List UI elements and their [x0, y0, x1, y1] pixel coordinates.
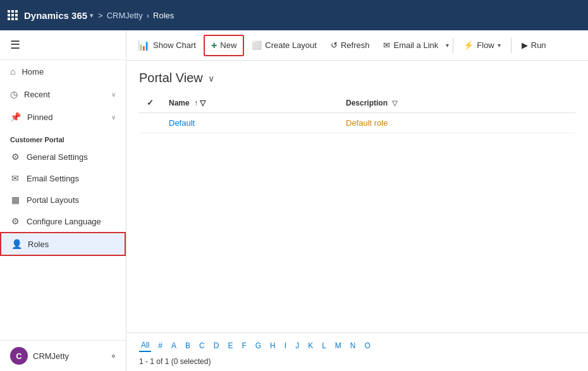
create-layout-label: Create Layout [265, 40, 317, 50]
data-table: ✓ Name ↑ ▽ Description ▽ [139, 93, 575, 133]
pinned-icon: 📌 [10, 112, 21, 122]
table-row: Default Default role [139, 113, 575, 133]
email-link-icon: ✉ [383, 40, 390, 50]
alpha-nav-item-o[interactable]: O [363, 340, 372, 351]
sort-icons-name[interactable]: ↑ ▽ [194, 99, 205, 107]
alpha-nav-item-i[interactable]: I [283, 340, 288, 351]
sidebar-item-portal-layouts[interactable]: ▦ Portal Layouts [0, 189, 126, 210]
page-content: Portal View ∨ ✓ Name ↑ [126, 61, 588, 332]
page-title-row: Portal View ∨ [139, 71, 575, 85]
breadcrumb-sep2: › [147, 11, 149, 20]
alpha-nav-item-c[interactable]: C [197, 340, 207, 351]
run-button[interactable]: ▶ Run [515, 37, 553, 54]
email-link-dropdown[interactable]: ▾ [446, 42, 449, 49]
alpha-nav-item-k[interactable]: K [306, 340, 315, 351]
alpha-nav-item-f[interactable]: F [240, 340, 248, 351]
create-layout-button[interactable]: ⬜ Create Layout [245, 37, 323, 54]
sidebar-item-home[interactable]: ⌂ Home [0, 60, 126, 83]
sidebar-item-recent-label: Recent [24, 90, 50, 99]
header-checkmark[interactable]: ✓ [147, 98, 154, 107]
row-description-text: Default role [346, 118, 388, 128]
chart-icon: 📊 [138, 40, 150, 51]
run-icon: ▶ [522, 40, 528, 50]
email-link-button[interactable]: ✉ Email a Link [377, 37, 444, 54]
new-label: New [220, 40, 236, 50]
row-description-cell: Default role [338, 113, 575, 133]
alpha-nav-item-d[interactable]: D [212, 340, 221, 351]
flow-chevron: ▾ [498, 42, 501, 49]
filter-icon-desc[interactable]: ▽ [392, 99, 397, 107]
sidebar-item-pinned-label: Pinned [27, 113, 52, 122]
show-chart-label: Show Chart [153, 40, 196, 50]
alpha-nav-item-#[interactable]: # [156, 340, 164, 351]
sidebar-item-roles-label: Roles [28, 240, 49, 249]
sidebar-toggle[interactable]: ☰ [0, 30, 126, 60]
flow-button[interactable]: ⚡ Flow ▾ [457, 37, 506, 54]
col-description-label: Description [346, 99, 388, 107]
toolbar: 📊 Show Chart + New ⬜ Create Layout ↺ Ref… [126, 30, 588, 61]
col-header-check: ✓ [139, 93, 161, 113]
page-title: Portal View [139, 71, 203, 85]
alpha-nav: All#ABCDEFGHIJKLMNO [139, 337, 575, 356]
new-button[interactable]: + New [204, 35, 244, 56]
run-label: Run [531, 40, 546, 50]
portal-layouts-icon: ▦ [10, 195, 20, 205]
sidebar-item-configure-language[interactable]: ⚙ Configure Language [0, 210, 126, 232]
status-text: 1 - 1 of 1 (0 selected) [139, 356, 575, 367]
sidebar: ☰ ⌂ Home ◷ Recent ∨ 📌 Pinned ∨ Customer … [0, 30, 126, 371]
sidebar-item-recent[interactable]: ◷ Recent ∨ [0, 83, 126, 106]
breadcrumb-current: Roles [153, 11, 174, 20]
content-area: 📊 Show Chart + New ⬜ Create Layout ↺ Ref… [126, 30, 588, 371]
alpha-nav-item-all[interactable]: All [139, 339, 151, 352]
page-title-chevron[interactable]: ∨ [208, 73, 214, 83]
email-link-label: Email a Link [393, 40, 438, 50]
alpha-nav-item-j[interactable]: J [293, 340, 301, 351]
app-name[interactable]: Dynamics 365 ▾ [24, 10, 93, 21]
alpha-nav-item-e[interactable]: E [226, 340, 235, 351]
sidebar-item-configure-language-label: Configure Language [27, 217, 101, 226]
alpha-nav-item-n[interactable]: N [348, 340, 358, 351]
row-check-cell [139, 113, 161, 133]
toolbar-sep [453, 38, 453, 53]
sidebar-item-pinned[interactable]: 📌 Pinned ∨ [0, 106, 126, 128]
col-header-description: Description ▽ [338, 93, 575, 113]
sidebar-item-general-settings[interactable]: ⚙ General Settings [0, 146, 126, 167]
avatar-name: CRMJetty [33, 351, 106, 361]
app-name-text: Dynamics 365 [24, 10, 87, 21]
alpha-nav-item-g[interactable]: G [254, 340, 263, 351]
refresh-button[interactable]: ↺ Refresh [324, 37, 376, 54]
alpha-nav-item-m[interactable]: M [333, 340, 343, 351]
hamburger-icon[interactable]: ☰ [10, 39, 20, 51]
refresh-label: Refresh [341, 40, 370, 50]
waffle-menu[interactable] [8, 10, 19, 20]
alpha-nav-item-a[interactable]: A [169, 340, 178, 351]
roles-icon: 👤 [11, 239, 21, 249]
show-chart-button[interactable]: 📊 Show Chart [132, 36, 202, 55]
breadcrumb: > CRMJetty › Roles [98, 11, 174, 20]
email-settings-icon: ✉ [10, 173, 20, 183]
sidebar-item-home-label: Home [21, 67, 44, 76]
filter-icon-name: ▽ [200, 99, 205, 107]
sidebar-item-roles[interactable]: 👤 Roles [0, 232, 126, 256]
recent-chevron: ∨ [111, 91, 116, 98]
sidebar-section-title: Customer Portal [0, 128, 126, 146]
home-icon: ⌂ [10, 66, 15, 76]
sidebar-item-email-settings-label: Email Settings [27, 174, 79, 183]
alpha-nav-item-l[interactable]: L [320, 340, 328, 351]
breadcrumb-parent[interactable]: CRMJetty [107, 11, 143, 20]
create-layout-icon: ⬜ [252, 40, 262, 50]
refresh-icon: ↺ [331, 40, 338, 50]
alpha-nav-item-h[interactable]: H [268, 340, 278, 351]
row-name-link[interactable]: Default [169, 118, 195, 128]
plus-icon: + [211, 40, 217, 51]
sort-asc-icon: ↑ [194, 99, 198, 107]
sidebar-bottom: C CRMJetty ⋄ [0, 340, 126, 371]
sidebar-item-email-settings[interactable]: ✉ Email Settings [0, 167, 126, 189]
sidebar-item-portal-layouts-label: Portal Layouts [27, 195, 79, 205]
avatar-chevron[interactable]: ⋄ [111, 352, 116, 360]
pinned-chevron: ∨ [111, 114, 116, 121]
alpha-nav-item-b[interactable]: B [183, 340, 192, 351]
avatar[interactable]: C [10, 347, 28, 365]
breadcrumb-sep: > [98, 11, 103, 20]
general-settings-icon: ⚙ [10, 152, 20, 162]
